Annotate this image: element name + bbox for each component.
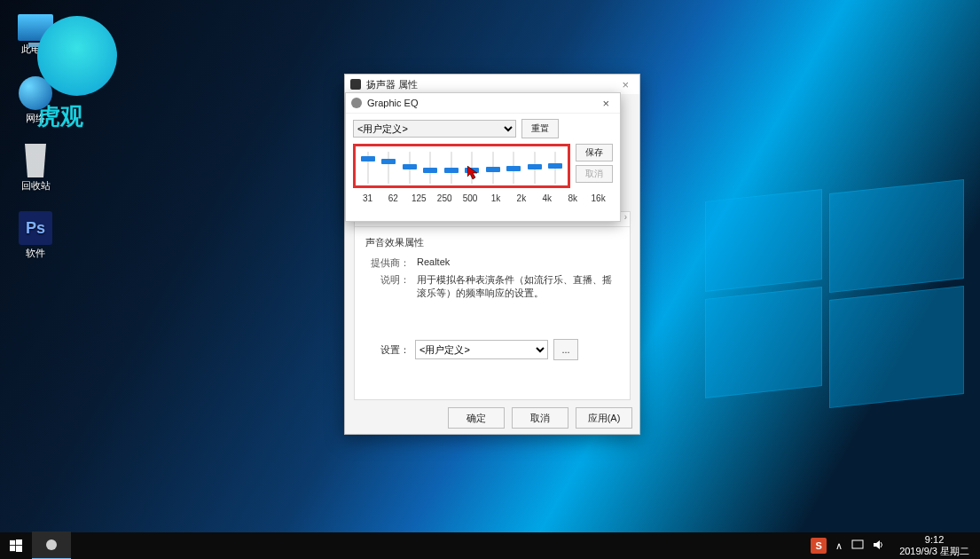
windows-logo-icon [10, 539, 22, 552]
eq-band-label-31: 31 [355, 193, 380, 203]
eq-slider-250[interactable] [420, 152, 442, 184]
eq-band-labels: 31621252505001k2k4k8k16k [346, 192, 620, 203]
system-tray: S ∧ 9:12 2019/9/3 星期二 [811, 534, 980, 556]
eq-thumb-250[interactable] [423, 168, 437, 173]
svg-rect-1 [10, 540, 15, 545]
ok-button[interactable]: 确定 [448, 407, 505, 429]
eq-thumb-31[interactable] [361, 156, 375, 161]
svg-rect-2 [16, 539, 22, 545]
svg-rect-3 [10, 546, 15, 551]
group-title: 声音效果属性 [365, 236, 619, 249]
recycle-bin-icon [22, 144, 49, 177]
eq-thumb-8k[interactable] [528, 164, 542, 169]
start-button[interactable] [0, 532, 32, 559]
eq-slider-31[interactable] [357, 152, 379, 184]
svg-rect-6 [852, 540, 863, 548]
network-tray-icon[interactable] [851, 539, 864, 553]
eq-band-label-62: 62 [380, 193, 406, 203]
tray-overflow-icon[interactable]: ∧ [835, 540, 843, 552]
taskbar: S ∧ 9:12 2019/9/3 星期二 [0, 532, 980, 559]
desktop-icon-this-pc[interactable]: 此电脑 [11, 14, 60, 56]
svg-marker-0 [467, 166, 477, 179]
cancel-button[interactable]: 取消 [512, 407, 568, 429]
eq-save-button[interactable]: 保存 [576, 144, 613, 161]
ime-indicator[interactable]: S [811, 538, 827, 554]
eq-thumb-125[interactable] [403, 164, 417, 169]
eq-band-label-500: 500 [458, 193, 483, 203]
eq-slider-16k[interactable] [545, 152, 567, 184]
eq-icon [351, 98, 362, 108]
description-label: 说明： [365, 273, 410, 300]
eq-slider-4k[interactable] [504, 152, 525, 184]
eq-cancel-button[interactable]: 取消 [576, 165, 613, 183]
eq-close-button[interactable]: × [597, 97, 615, 110]
setting-more-button[interactable]: ... [553, 339, 578, 360]
eq-band-label-16k: 16k [585, 193, 611, 203]
scroll-right-icon[interactable]: › [624, 212, 627, 226]
desktop-icon-network[interactable]: 网络 [11, 76, 60, 125]
close-button[interactable]: × [616, 78, 634, 91]
eq-thumb-62[interactable] [381, 159, 396, 164]
dialog-title: 扬声器 属性 [366, 78, 418, 91]
eq-slider-2k[interactable] [482, 152, 504, 184]
taskbar-clock[interactable]: 9:12 2019/9/3 星期二 [894, 534, 975, 556]
svg-rect-4 [16, 546, 22, 552]
eq-slider-1k[interactable] [462, 152, 483, 184]
eq-title: Graphic EQ [367, 98, 418, 108]
eq-thumb-16k[interactable] [548, 163, 562, 169]
icon-label: 软件 [11, 247, 60, 260]
eq-slider-500[interactable] [441, 152, 462, 184]
eq-band-label-2k: 2k [508, 193, 534, 203]
properties-panel: ‹ › 声音效果属性 提供商： Realtek 说明： 用于模拟各种表演条件（如… [354, 211, 631, 400]
provider-value: Realtek [417, 256, 619, 270]
icon-label: 回收站 [11, 179, 60, 193]
setting-label: 设置： [365, 343, 410, 357]
clock-date: 2019/9/3 星期二 [899, 546, 969, 557]
eq-slider-8k[interactable] [524, 152, 545, 184]
taskbar-app-sound[interactable] [32, 531, 71, 559]
volume-tray-icon[interactable] [873, 539, 885, 553]
eq-slider-125[interactable] [399, 152, 420, 184]
desktop-icon-software[interactable]: Ps 软件 [11, 211, 60, 260]
eq-preset-select[interactable]: <用户定义> [353, 120, 516, 138]
speaker-icon [350, 79, 361, 90]
eq-slider-62[interactable] [379, 152, 400, 184]
eq-band-label-250: 250 [432, 193, 458, 203]
provider-label: 提供商： [365, 256, 410, 270]
icon-label: 网络 [11, 112, 60, 125]
eq-titlebar[interactable]: Graphic EQ × [346, 93, 620, 114]
background-windows-logo [705, 195, 953, 408]
eq-thumb-4k[interactable] [506, 166, 521, 171]
dialog-titlebar[interactable]: 扬声器 属性 × [345, 75, 639, 94]
eq-reset-button[interactable]: 重置 [521, 119, 559, 138]
clock-time: 9:12 [899, 534, 969, 546]
apply-button[interactable]: 应用(A) [576, 407, 632, 429]
eq-band-label-4k: 4k [534, 193, 560, 203]
desktop-icon-recycle-bin[interactable]: 回收站 [11, 144, 60, 193]
eq-thumb-2k[interactable] [486, 167, 500, 172]
computer-icon [18, 14, 53, 41]
sound-settings-icon [44, 538, 59, 552]
svg-marker-7 [874, 540, 880, 549]
eq-thumb-500[interactable] [444, 168, 459, 173]
photoshop-icon: Ps [19, 211, 52, 245]
eq-band-label-1k: 1k [483, 193, 509, 203]
svg-point-5 [46, 539, 57, 550]
description-value: 用于模拟各种表演条件（如流行乐、直播、摇滚乐等）的频率响应的设置。 [417, 273, 619, 300]
eq-band-label-125: 125 [406, 193, 432, 203]
eq-slider-group [353, 144, 570, 188]
graphic-eq-dialog: Graphic EQ × <用户定义> 重置 保存 取消 31621252505… [345, 92, 621, 222]
eq-band-label-8k: 8k [560, 193, 585, 203]
setting-select[interactable]: <用户定义> [415, 340, 548, 359]
globe-icon [19, 76, 52, 110]
desktop: 此电脑 网络 回收站 Ps 软件 虎观 扬声器 属性 × ‹ › 声音效果属性 [0, 0, 980, 559]
mouse-cursor-icon [467, 166, 480, 178]
